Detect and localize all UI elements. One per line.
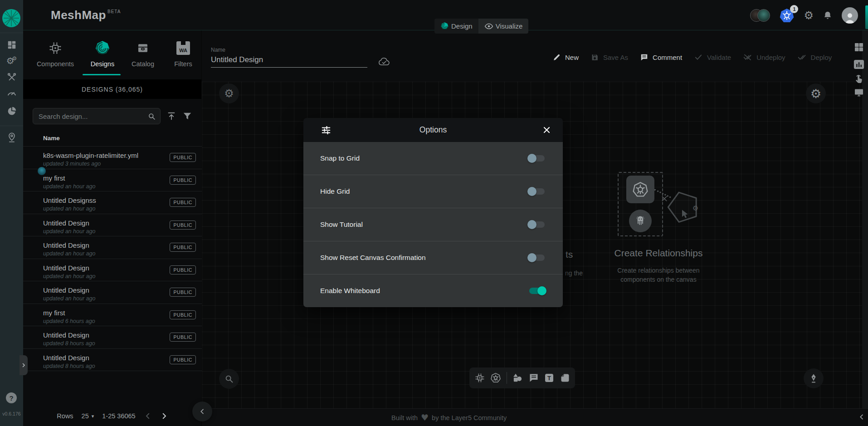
whiteboard-pen-button[interactable] <box>804 368 824 388</box>
design-list-item[interactable]: Untitled Design updated an hour ago PUBL… <box>23 259 202 281</box>
footer-collapse-chevron[interactable] <box>858 413 865 421</box>
next-page-button[interactable] <box>160 412 168 420</box>
tab-components[interactable]: Components <box>34 40 77 68</box>
canvas-config-gear-button[interactable]: ⚙ <box>219 83 239 103</box>
collaborator-avatars[interactable] <box>750 9 770 22</box>
design-list-item[interactable]: my first updated an hour ago PUBLIC <box>23 169 202 191</box>
user-account-avatar[interactable] <box>842 7 858 24</box>
page-range: 1-25 36065 <box>102 412 135 420</box>
app-title: MeshMap <box>51 8 106 22</box>
design-name: Untitled Design <box>43 241 89 249</box>
collapse-panel-button[interactable] <box>192 402 212 421</box>
right-drawer-edge[interactable] <box>865 5 868 29</box>
performance-gauge-icon[interactable] <box>0 86 23 100</box>
catalog-drawer-icon <box>121 40 165 56</box>
reset-canvas-confirmation-toggle[interactable] <box>529 255 545 261</box>
design-list-item[interactable]: my first updated 6 hours ago PUBLIC <box>23 304 202 326</box>
help-icon[interactable]: ? <box>6 392 17 403</box>
tab-designs-label: Designs <box>81 60 124 68</box>
enable-whiteboard-toggle[interactable] <box>529 288 545 294</box>
zoom-tool-button[interactable] <box>219 369 239 389</box>
design-list-item[interactable]: Untitled Design updated an hour ago PUBL… <box>23 236 202 259</box>
left-nav-rail: ⚙⚙ ? v0.6.176 <box>0 0 23 426</box>
expand-rail-handle[interactable] <box>20 355 28 375</box>
wasm-filters-icon: WA <box>161 40 205 56</box>
search-input[interactable] <box>33 108 160 124</box>
dashboard-grid-icon[interactable] <box>853 42 864 53</box>
undeploy-button[interactable]: Undeploy <box>743 53 785 62</box>
add-component-chip-icon[interactable] <box>474 372 485 383</box>
components-chip-icon <box>34 40 77 56</box>
media-tool-icon[interactable] <box>560 372 571 383</box>
option-show-reset-confirmation: Show Reset Canvas Confirmation <box>303 241 563 274</box>
meshmap-app: MeshMap BETA Design Visualize <box>0 0 868 426</box>
person-icon <box>843 11 857 24</box>
shapes-tool-icon[interactable] <box>512 372 523 384</box>
canvas-settings-gear-button[interactable]: ⚙ <box>806 83 826 103</box>
top-navbar: MeshMap BETA Design Visualize <box>23 0 868 30</box>
context-count-badge: 1 <box>790 5 798 13</box>
dashboard-icon[interactable] <box>0 38 23 52</box>
tab-catalog[interactable]: Catalog <box>121 40 165 68</box>
kubernetes-context-switcher[interactable]: 1 <box>779 8 795 23</box>
import-design-button[interactable] <box>166 111 176 121</box>
page-size-dropdown[interactable]: 25 ▾ <box>82 412 94 420</box>
design-updated: updated an hour ago <box>43 228 95 235</box>
options-modal: Options Snap to Grid Hide Grid Show Tuto… <box>303 118 563 307</box>
tab-design-label: Design <box>451 22 473 30</box>
pen-nib-icon <box>808 373 819 384</box>
filter-funnel-icon[interactable] <box>182 111 192 121</box>
tab-catalog-label: Catalog <box>121 60 165 68</box>
tab-filters[interactable]: WA Filters <box>161 40 205 68</box>
navbar-right: 1 ⚙ <box>750 0 858 30</box>
save-as-button[interactable]: Save As <box>590 53 628 62</box>
design-name: Untitled Design <box>43 286 89 294</box>
svg-text:T: T <box>547 375 551 382</box>
design-list-item[interactable]: Untitled Designss updated an hour ago PU… <box>23 191 202 214</box>
design-name: my first <box>43 174 65 182</box>
notification-bell-button[interactable] <box>823 10 833 20</box>
double-check-icon <box>797 53 807 62</box>
design-list-item[interactable]: Untitled Design updated an hour ago PUBL… <box>23 214 202 236</box>
comment-button[interactable]: Comment <box>640 53 682 62</box>
tab-designs[interactable]: Designs <box>81 40 124 68</box>
design-updated: updated 3 minutes ago <box>43 161 101 167</box>
settings-gear-button[interactable]: ⚙ <box>804 9 814 22</box>
text-tool-icon[interactable]: T <box>544 372 555 383</box>
tab-filters-label: Filters <box>161 60 205 68</box>
close-icon[interactable] <box>542 126 551 134</box>
touch-interaction-icon[interactable] <box>853 73 864 84</box>
lifecycle-gears-icon[interactable]: ⚙⚙ <box>0 54 23 68</box>
new-design-button[interactable]: New <box>552 53 579 62</box>
design-list-item[interactable]: Untitled Design updated an hour ago PUBL… <box>23 281 202 304</box>
designs-count-header: DESIGNS (36,065) <box>23 79 201 99</box>
design-list-item[interactable]: Untitled Design updated 8 hours ago PUBL… <box>23 326 202 348</box>
design-name-input[interactable] <box>211 54 367 68</box>
cloud-saved-icon <box>378 57 390 67</box>
meshmap-pin-icon[interactable] <box>0 131 23 144</box>
extensions-pie-icon[interactable] <box>0 104 23 118</box>
previous-page-button[interactable] <box>144 412 152 420</box>
design-name: my first <box>43 309 65 317</box>
tab-design[interactable]: Design <box>434 19 478 34</box>
metrics-chart-icon[interactable] <box>853 58 865 71</box>
collaborator-avatar-2 <box>757 9 770 22</box>
designs-panel: Components Designs Catalog WA Filters DE… <box>23 30 202 426</box>
tab-visualize[interactable]: Visualize <box>478 19 529 34</box>
design-list-item[interactable]: k8s-wasm-plugin-ratelimiter.yml updated … <box>23 146 202 169</box>
visibility-badge: PUBLIC <box>170 333 196 342</box>
hide-grid-toggle[interactable] <box>529 188 545 195</box>
add-kubernetes-node-icon[interactable] <box>490 372 502 384</box>
configuration-toolbox-icon[interactable] <box>0 70 23 84</box>
deploy-button[interactable]: Deploy <box>797 53 832 62</box>
design-list-item[interactable]: Untitled Design updated 8 hours ago PUBL… <box>23 348 202 371</box>
layer5-logo[interactable] <box>2 9 21 28</box>
design-actions-toolbar: New Save As Comment Validate Undeploy De… <box>552 53 832 62</box>
show-tutorial-toggle[interactable] <box>529 221 545 228</box>
rail-divider <box>0 126 23 126</box>
validate-button[interactable]: Validate <box>694 53 731 62</box>
option-enable-whiteboard: Enable Whiteboard <box>303 274 563 307</box>
snap-to-grid-toggle[interactable] <box>529 155 545 162</box>
comment-tool-icon[interactable] <box>528 372 539 383</box>
screen-monitor-icon[interactable] <box>853 87 864 98</box>
